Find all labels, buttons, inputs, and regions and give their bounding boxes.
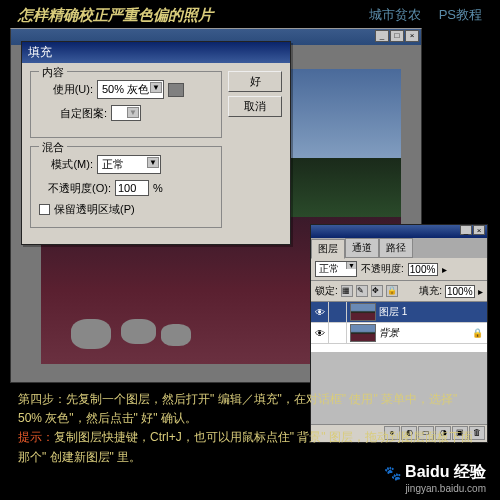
layer-row-1[interactable]: 👁 图层 1 [311,302,487,323]
link-tutorial[interactable]: PS教程 [439,6,482,25]
close-icon[interactable]: × [405,30,419,42]
opacity-input[interactable]: 100 [115,180,149,196]
layer-row-bg[interactable]: 👁 背景 🔒 [311,323,487,344]
panel-close-icon[interactable]: × [473,225,485,235]
layer-name[interactable]: 背景 [379,326,399,340]
panel-titlebar[interactable]: _ × [311,225,487,238]
cancel-button[interactable]: 取消 [228,96,282,117]
preserve-transparency-checkbox[interactable]: 保留透明区域(P) [39,202,213,217]
use-select[interactable]: 50% 灰色 [97,80,164,99]
lock-paint-icon[interactable]: ✎ [356,285,368,297]
blend-group: 混合 模式(M): 正常 不透明度(O): 100 % 保留透明区域(P) [30,146,222,228]
lock-move-icon[interactable]: ✥ [371,285,383,297]
caption-area: 第四步：先复制一个图层，然后打开" 编辑／填充"，在对话框" 使用" 菜单中，选… [18,390,482,467]
layer-opacity-label: 不透明度: [361,262,404,276]
minimize-icon[interactable]: _ [375,30,389,42]
link-column[interactable] [329,302,347,322]
panel-minimize-icon[interactable]: _ [460,225,472,235]
paw-icon: 🐾 [384,465,401,481]
dialog-title[interactable]: 填充 [22,42,290,63]
link-column[interactable] [329,323,347,343]
custom-pattern-label: 自定图案: [39,106,107,121]
watermark-url: jingyan.baidu.com [384,483,486,494]
lock-icon: 🔒 [472,328,483,338]
blend-mode-select[interactable]: 正常 [315,261,357,277]
visibility-icon[interactable]: 👁 [311,323,329,343]
maximize-icon[interactable]: □ [390,30,404,42]
step-text: 第四步：先复制一个图层，然后打开" 编辑／填充"，在对话框" 使用" 菜单中，选… [18,390,482,428]
mode-select[interactable]: 正常 [97,155,161,174]
pattern-select [111,105,141,121]
lock-label: 锁定: [315,284,338,298]
color-swatch[interactable] [168,83,184,97]
page-title: 怎样精确校正严重色偏的照片 [18,6,213,25]
fill-dialog: 填充 内容 使用(U): 50% 灰色 自定图案: 混合 模式(M): 正 [21,41,291,245]
visibility-icon[interactable]: 👁 [311,302,329,322]
ok-button[interactable]: 好 [228,71,282,92]
layer-name[interactable]: 图层 1 [379,305,407,319]
mode-label: 模式(M): [39,157,93,172]
layer-thumbnail[interactable] [350,303,376,321]
hint-line: 提示：复制图层快捷键，Ctrl+J，也可以用鼠标点住" 背景" 图层，拖动到图层… [18,428,482,466]
hint-label: 提示： [18,430,54,444]
layer-opacity-input[interactable]: 100% [408,263,438,276]
use-label: 使用(U): [39,82,93,97]
layer-list: 👁 图层 1 👁 背景 🔒 [311,302,487,352]
checkbox-icon[interactable] [39,204,50,215]
layer-thumbnail[interactable] [350,324,376,342]
fill-input[interactable]: 100% [445,285,475,298]
panel-tabs: 图层 通道 路径 [311,238,487,258]
watermark-logo: 🐾 Baidu 经验 [384,462,486,483]
watermark: 🐾 Baidu 经验 jingyan.baidu.com [384,462,486,494]
opacity-arrow-icon[interactable]: ▸ [442,264,447,275]
tab-channels[interactable]: 通道 [345,238,379,258]
lock-all-icon[interactable]: 🔒 [386,285,398,297]
fill-label: 填充: [419,284,442,298]
opacity-label: 不透明度(O): [39,181,111,196]
tab-paths[interactable]: 路径 [379,238,413,258]
link-author[interactable]: 城市贫农 [369,6,421,25]
content-group: 内容 使用(U): 50% 灰色 自定图案: [30,71,222,138]
fill-arrow-icon[interactable]: ▸ [478,286,483,297]
tab-layers[interactable]: 图层 [311,239,345,259]
lock-transparency-icon[interactable]: ▦ [341,285,353,297]
header-links: 城市贫农 PS教程 [369,6,482,25]
page-header: 怎样精确校正严重色偏的照片 城市贫农 PS教程 [0,0,500,31]
hint-text: 复制图层快捷键，Ctrl+J，也可以用鼠标点住" 背景" 图层，拖动到图层面板下… [18,430,473,463]
